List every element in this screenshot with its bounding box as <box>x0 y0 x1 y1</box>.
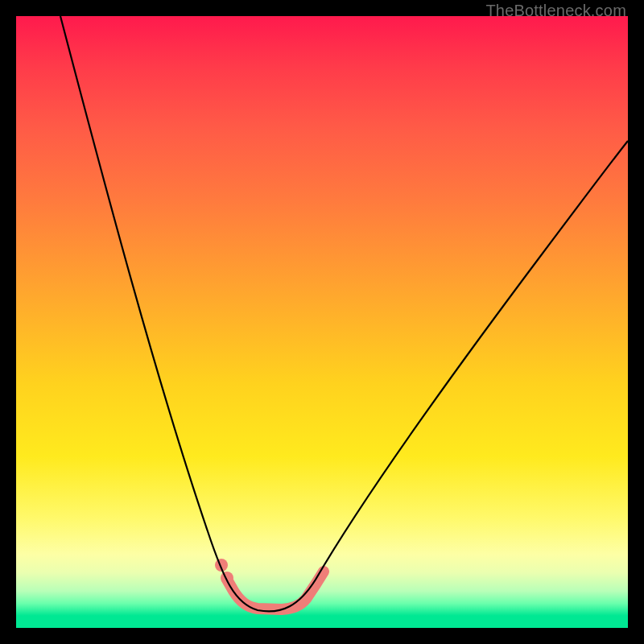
optimal-band-path <box>227 572 324 609</box>
optimal-band <box>215 559 324 609</box>
plot-area <box>16 16 628 628</box>
chart-frame: TheBottleneck.com <box>0 0 644 644</box>
curve-layer <box>16 16 628 628</box>
bottleneck-curve <box>60 16 628 611</box>
